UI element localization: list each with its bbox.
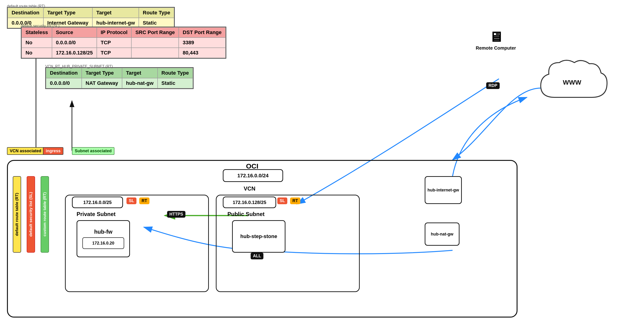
vcn-label: VCN	[244, 185, 256, 192]
public-sl-badge[interactable]: SL	[277, 197, 287, 204]
svg-text:WWW: WWW	[563, 79, 581, 86]
custom-route-table: Destination Target Type Target Route Typ…	[45, 67, 194, 89]
col-target: Target	[92, 8, 139, 18]
default-security-table: Stateless Source IP Protocol SRC Port Ra…	[21, 27, 226, 59]
private-subnet-cidr: 172.16.0.0/25	[72, 196, 123, 208]
public-subnet-cidr: 172.16.0.128/25	[223, 196, 276, 208]
table-row: 0.0.0.0/0 NAT Gateway hub-nat-gw Static	[46, 78, 193, 88]
col-src-port: SRC Port Range	[131, 27, 179, 37]
hub-internet-gw: hub-internet-gw	[425, 176, 462, 204]
private-subnet-label: Private Subnet	[76, 211, 116, 217]
security-list-label: default security list (SL)	[21, 24, 60, 28]
col-target-type: Target Type	[44, 8, 92, 18]
https-badge: HTTPS	[167, 211, 186, 218]
col-dst-port: DST Port Range	[179, 27, 225, 37]
subnet-associated-label: Subnet associated	[72, 147, 114, 155]
public-subnet-label: Public Subnet	[228, 211, 264, 217]
vcn-associated-label: VCN associated	[7, 147, 44, 155]
col-route-type: Route Type	[139, 8, 174, 18]
remote-computer-label: Remote Computer	[476, 45, 516, 51]
table-row: No 172.16.0.128/25 TCP 80,443	[22, 48, 226, 58]
remote-computer: 🖥 Remote Computer	[476, 30, 516, 51]
public-rt-badge[interactable]: RT	[290, 197, 300, 204]
all-badge: ALL	[251, 253, 264, 259]
col-target: Target	[122, 68, 158, 78]
ingress-label: ingress	[43, 147, 63, 155]
monitor-icon: 🖥	[489, 30, 503, 44]
hub-nat-gw: hub-nat-gw	[425, 222, 460, 246]
vert-custom-rt: custom route table (RT)	[40, 176, 49, 253]
vcn-cidr: 172.16.0.0/24	[223, 169, 283, 182]
col-target-type: Target Type	[82, 68, 122, 78]
col-ip-protocol: IP Protocol	[97, 27, 132, 37]
hub-fw-node: hub-fw 172.16.0.20	[76, 220, 130, 257]
oci-title: OCI	[246, 162, 258, 170]
vert-default-rt: default route table (RT)	[13, 176, 21, 253]
custom-route-label: VCN_RT_HUB_PRIVATE_SUBNET (RT)	[45, 64, 113, 69]
www-cloud: WWW	[536, 56, 610, 107]
private-rt-badge[interactable]: RT	[139, 197, 150, 204]
col-destination: Destination	[46, 68, 82, 78]
default-route-label: default route table (RT)	[7, 4, 45, 8]
col-stateless: Stateless	[22, 27, 52, 37]
col-source: Source	[52, 27, 97, 37]
col-destination: Destination	[8, 8, 44, 18]
vert-default-sl: default security list (SL)	[27, 176, 35, 253]
table-row: No 0.0.0.0/0 TCP 3389	[22, 37, 226, 48]
hub-fw-ip: 172.16.0.20	[82, 237, 124, 249]
col-route-type: Route Type	[158, 68, 193, 78]
private-sl-badge[interactable]: SL	[126, 197, 136, 204]
hub-stepstone-node: hub-step-stone	[232, 220, 286, 253]
rdp-badge: RDP	[486, 82, 500, 89]
